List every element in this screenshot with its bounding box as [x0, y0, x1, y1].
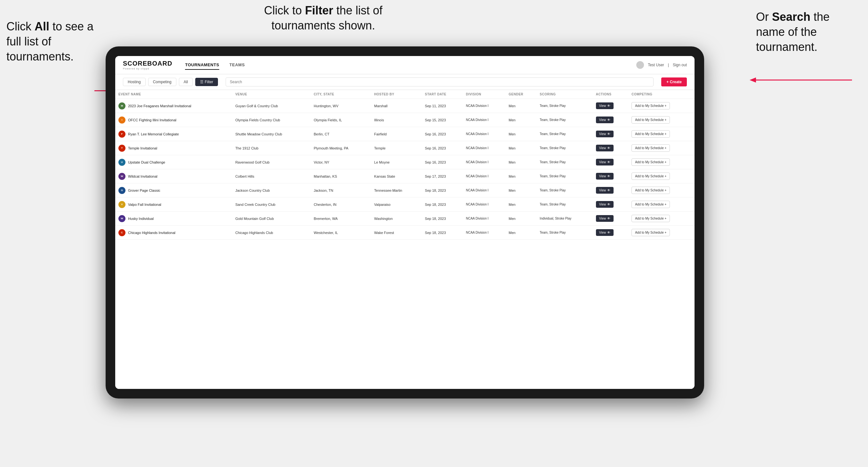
start-date-4: Sep 16, 2023: [422, 155, 463, 169]
team-logo-8: W: [118, 215, 125, 222]
division-7: NCAA Division I: [463, 197, 506, 212]
venue-8: Gold Mountain Golf Club: [232, 212, 310, 226]
col-actions: ACTIONS: [593, 90, 628, 99]
eye-icon-5: 👁: [607, 175, 610, 178]
start-date-9: Sep 18, 2023: [422, 226, 463, 240]
hosted-by-4: Le Moyne: [371, 155, 422, 169]
col-start-date: START DATE: [422, 90, 463, 99]
hosted-by-5: Kansas State: [371, 169, 422, 183]
start-date-7: Sep 18, 2023: [422, 197, 463, 212]
hosted-by-1: Illinois: [371, 113, 422, 127]
add-schedule-button-4[interactable]: Add to My Schedule +: [631, 158, 670, 166]
start-date-2: Sep 16, 2023: [422, 127, 463, 141]
division-1: NCAA Division I: [463, 113, 506, 127]
hosted-by-6: Tennessee-Martin: [371, 183, 422, 197]
team-logo-7: V: [118, 201, 125, 208]
view-button-8[interactable]: View 👁: [596, 215, 614, 222]
add-schedule-button-9[interactable]: Add to My Schedule +: [631, 229, 670, 236]
venue-9: Chicago Highlands Club: [232, 226, 310, 240]
view-button-5[interactable]: View 👁: [596, 173, 614, 180]
user-name: Test User: [648, 63, 664, 67]
actions-6: View 👁: [593, 183, 628, 197]
actions-5: View 👁: [593, 169, 628, 183]
col-venue: VENUE: [232, 90, 310, 99]
start-date-0: Sep 11, 2023: [422, 99, 463, 113]
tablet-screen: SCOREBOARD Powered by clippd TOURNAMENTS…: [115, 56, 694, 389]
scoring-9: Team, Stroke Play: [536, 226, 592, 240]
city-state-6: Jackson, TN: [310, 183, 371, 197]
add-schedule-button-7[interactable]: Add to My Schedule +: [631, 201, 670, 208]
add-schedule-button-0[interactable]: Add to My Schedule +: [631, 102, 670, 110]
team-logo-4: U: [118, 159, 125, 166]
view-button-3[interactable]: View 👁: [596, 145, 614, 151]
division-0: NCAA Division I: [463, 99, 506, 113]
add-schedule-button-1[interactable]: Add to My Schedule +: [631, 116, 670, 124]
sign-out-link[interactable]: Sign out: [673, 63, 687, 67]
toolbar: Hosting Competing All ☰ Filter + Create: [115, 74, 694, 90]
city-state-8: Bremerton, WA: [310, 212, 371, 226]
col-gender: GENDER: [505, 90, 536, 99]
nav-tab-teams[interactable]: TEAMS: [229, 61, 245, 70]
city-state-3: Plymouth Meeting, PA: [310, 141, 371, 155]
filter-button[interactable]: ☰ Filter: [195, 78, 218, 86]
division-6: NCAA Division I: [463, 183, 506, 197]
add-schedule-button-5[interactable]: Add to My Schedule +: [631, 173, 670, 180]
table-row: C Chicago Highlands Invitational Chicago…: [115, 226, 694, 240]
add-schedule-button-8[interactable]: Add to My Schedule +: [631, 215, 670, 222]
add-schedule-button-6[interactable]: Add to My Schedule +: [631, 187, 670, 194]
city-state-2: Berlin, CT: [310, 127, 371, 141]
view-button-2[interactable]: View 👁: [596, 131, 614, 137]
gender-9: Men: [505, 226, 536, 240]
event-name-2: Ryan T. Lee Memorial Collegiate: [128, 132, 179, 136]
all-tab[interactable]: All: [179, 78, 193, 86]
team-logo-0: M: [118, 102, 125, 110]
event-name-6: Grover Page Classic: [128, 189, 160, 192]
event-name-4: Upstate Dual Challenge: [128, 160, 165, 164]
actions-8: View 👁: [593, 212, 628, 226]
view-button-6[interactable]: View 👁: [596, 187, 614, 194]
event-name-0: 2023 Joe Feaganes Marshall Invitational: [128, 104, 191, 108]
scoring-3: Team, Stroke Play: [536, 141, 592, 155]
tournaments-table: EVENT NAME VENUE CITY, STATE HOSTED BY S…: [115, 90, 694, 240]
view-button-1[interactable]: View 👁: [596, 117, 614, 123]
header-separator: |: [668, 63, 669, 67]
header-right: Test User | Sign out: [636, 61, 687, 69]
start-date-6: Sep 18, 2023: [422, 183, 463, 197]
competing-6: Add to My Schedule +: [628, 183, 694, 197]
gender-4: Men: [505, 155, 536, 169]
event-name-cell-6: G Grover Page Classic: [115, 183, 232, 197]
add-schedule-button-2[interactable]: Add to My Schedule +: [631, 130, 670, 137]
user-icon: [636, 61, 644, 69]
eye-icon-4: 👁: [607, 160, 610, 164]
event-name-9: Chicago Highlands Invitational: [128, 231, 176, 235]
create-button[interactable]: + Create: [661, 77, 687, 86]
search-input[interactable]: [226, 77, 654, 86]
hosting-tab[interactable]: Hosting: [123, 78, 146, 86]
event-name-1: OFCC Fighting Illini Invitational: [128, 118, 176, 122]
table-row: M 2023 Joe Feaganes Marshall Invitationa…: [115, 99, 694, 113]
team-logo-3: T: [118, 145, 125, 152]
team-logo-1: I: [118, 117, 125, 124]
add-schedule-button-3[interactable]: Add to My Schedule +: [631, 144, 670, 152]
view-button-0[interactable]: View 👁: [596, 102, 614, 109]
view-button-4[interactable]: View 👁: [596, 159, 614, 165]
gender-6: Men: [505, 183, 536, 197]
actions-9: View 👁: [593, 226, 628, 240]
view-button-9[interactable]: View 👁: [596, 229, 614, 236]
table-row: V Valpo Fall Invitational Sand Creek Cou…: [115, 197, 694, 212]
event-name-5: Wildcat Invitational: [128, 175, 157, 178]
eye-icon-0: 👁: [607, 104, 610, 107]
scoring-0: Team, Stroke Play: [536, 99, 592, 113]
view-button-7[interactable]: View 👁: [596, 201, 614, 208]
venue-5: Colbert Hills: [232, 169, 310, 183]
event-name-3: Temple Invitational: [128, 146, 157, 150]
actions-4: View 👁: [593, 155, 628, 169]
venue-3: The 1912 Club: [232, 141, 310, 155]
gender-7: Men: [505, 197, 536, 212]
hosted-by-8: Washington: [371, 212, 422, 226]
competing-4: Add to My Schedule +: [628, 155, 694, 169]
competing-tab[interactable]: Competing: [148, 78, 176, 86]
nav-tab-tournaments[interactable]: TOURNAMENTS: [185, 61, 219, 70]
city-state-1: Olympia Fields, IL: [310, 113, 371, 127]
start-date-3: Sep 16, 2023: [422, 141, 463, 155]
